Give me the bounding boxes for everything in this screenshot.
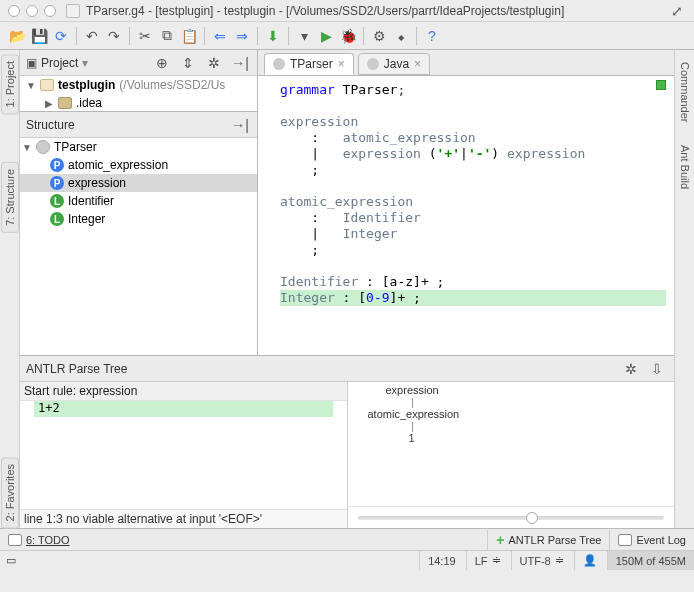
redo-icon[interactable]: ↷ <box>103 25 125 47</box>
file-type-icon <box>273 58 285 70</box>
inspection-icon[interactable]: 👤 <box>574 551 605 570</box>
module-path: (/Volumes/SSD2/Us <box>119 78 225 92</box>
status-spacer: ▭ <box>0 554 417 567</box>
parse-tree-title: ANTLR Parse Tree <box>26 362 127 376</box>
undo-icon[interactable]: ↶ <box>81 25 103 47</box>
todo-icon <box>8 534 22 546</box>
code-editor[interactable]: grammar TParser; expression : atomic_exp… <box>258 76 674 355</box>
file-type-icon <box>367 58 379 70</box>
encoding[interactable]: UTF-8≑ <box>511 551 572 570</box>
editor-area: TParser × Java × grammar TParser; expres… <box>258 50 674 355</box>
target-icon[interactable]: ⊕ <box>151 52 173 74</box>
gear-icon[interactable]: ✲ <box>203 52 225 74</box>
collapse-icon[interactable]: ⇕ <box>177 52 199 74</box>
structure-item[interactable]: L Identifier <box>20 192 257 210</box>
hide-panel-icon[interactable]: ⇩ <box>646 358 668 380</box>
parse-tree-label: ANTLR Parse Tree <box>509 534 602 546</box>
fullscreen-icon[interactable]: ⤢ <box>666 0 688 22</box>
plus-icon: + <box>496 532 504 548</box>
debug-icon[interactable]: 🐞 <box>337 25 359 47</box>
sidebar-tab-commander[interactable]: Commander <box>677 56 693 129</box>
code-content[interactable]: grammar TParser; expression : atomic_exp… <box>258 76 674 355</box>
event-log-icon <box>618 534 632 546</box>
window-title: TParser.g4 - [testplugin] - testplugin -… <box>86 4 564 18</box>
close-tab-icon[interactable]: × <box>338 57 345 71</box>
structure-item[interactable]: P atomic_expression <box>20 156 257 174</box>
structure-root[interactable]: ▼ TParser <box>20 138 257 156</box>
memory-indicator[interactable]: 150M of 455M <box>607 551 694 570</box>
cut-icon[interactable]: ✂ <box>134 25 156 47</box>
folder-icon <box>58 97 72 109</box>
sidebar-tab-project[interactable]: 1: Project <box>1 54 19 114</box>
gear-icon[interactable]: ✲ <box>620 358 642 380</box>
inspection-status-icon[interactable] <box>656 80 666 90</box>
structure-root-label: TParser <box>54 140 97 154</box>
parse-input-pane: Start rule: expression 1+2 line 1:3 no v… <box>20 382 348 528</box>
structure-item[interactable]: P expression <box>20 174 257 192</box>
lexer-rule-icon: L <box>50 212 64 226</box>
parse-tree-view[interactable]: expression atomic_expression 1 <box>348 382 675 506</box>
tree-node: 1 <box>409 432 415 444</box>
structure-label: expression <box>68 176 126 190</box>
line-separator[interactable]: LF≑ <box>466 551 509 570</box>
tree-node: expression <box>386 384 439 396</box>
project-tool-window: ▣ Project ▾ ⊕ ⇕ ✲ →| ▼ testplugin <box>20 50 257 112</box>
parse-input[interactable]: 1+2 <box>34 401 333 417</box>
project-child[interactable]: ▶ .idea <box>20 94 257 111</box>
run-icon[interactable]: ▶ <box>315 25 337 47</box>
parse-tree-button[interactable]: + ANTLR Parse Tree <box>487 530 609 550</box>
event-log-label: Event Log <box>636 534 686 546</box>
zoom-window-icon[interactable] <box>44 5 56 17</box>
structure-item[interactable]: L Integer <box>20 210 257 228</box>
settings-icon[interactable]: ⚙ <box>368 25 390 47</box>
start-rule-label: Start rule: expression <box>20 382 347 401</box>
build-icon[interactable]: ⬇ <box>262 25 284 47</box>
run-config-icon[interactable]: ▾ <box>293 25 315 47</box>
event-log-button[interactable]: Event Log <box>609 530 694 550</box>
sidebar-tab-favorites[interactable]: 2: Favorites <box>1 457 19 528</box>
back-icon[interactable]: ⇐ <box>209 25 231 47</box>
hide-structure-icon[interactable]: →| <box>229 114 251 136</box>
tree-node: atomic_expression <box>368 408 460 420</box>
left-gutter: 1: Project 7: Structure 2: Favorites <box>0 50 20 528</box>
zoom-thumb[interactable] <box>526 512 538 524</box>
editor-tab-java[interactable]: Java × <box>358 53 430 75</box>
structure-title: Structure <box>26 118 75 132</box>
project-root[interactable]: ▼ testplugin (/Volumes/SSD2/Us <box>20 76 257 94</box>
sidebar-tab-ant[interactable]: Ant Build <box>677 139 693 195</box>
project-title: Project <box>41 56 78 70</box>
tree-edge <box>412 398 413 408</box>
status-bar: ▭ 14:19 LF≑ UTF-8≑ 👤 150M of 455M <box>0 550 694 570</box>
hide-icon[interactable]: →| <box>229 52 251 74</box>
project-tree[interactable]: ▼ testplugin (/Volumes/SSD2/Us ▶ .idea <box>20 76 257 111</box>
todo-button[interactable]: 6: TODO <box>0 530 78 550</box>
structure-tree[interactable]: ▼ TParser P atomic_expression P expressi… <box>20 138 257 355</box>
save-icon[interactable]: 💾 <box>28 25 50 47</box>
structure-header: Structure →| <box>20 112 257 138</box>
caret-position[interactable]: 14:19 <box>419 551 464 570</box>
window-controls[interactable] <box>8 5 56 17</box>
forward-icon[interactable]: ⇒ <box>231 25 253 47</box>
antlr-parse-tree-panel: ANTLR Parse Tree ✲ ⇩ Start rule: express… <box>20 355 674 528</box>
tool-buttons-bar: 6: TODO + ANTLR Parse Tree Event Log <box>0 528 694 550</box>
parse-error: line 1:3 no viable alternative at input … <box>20 509 347 528</box>
editor-tabs: TParser × Java × <box>258 50 674 76</box>
sdk-icon[interactable]: ⬥ <box>390 25 412 47</box>
paste-icon[interactable]: 📋 <box>178 25 200 47</box>
tab-label: TParser <box>290 57 333 71</box>
top-split: ▣ Project ▾ ⊕ ⇕ ✲ →| ▼ testplugin <box>20 50 674 355</box>
close-tab-icon[interactable]: × <box>414 57 421 71</box>
minimize-window-icon[interactable] <box>26 5 38 17</box>
file-icon <box>66 4 80 18</box>
title-bar: TParser.g4 - [testplugin] - testplugin -… <box>0 0 694 22</box>
module-icon <box>40 79 54 91</box>
status-menu-icon[interactable]: ▭ <box>6 554 16 566</box>
copy-icon[interactable]: ⧉ <box>156 25 178 47</box>
zoom-slider[interactable] <box>348 506 675 528</box>
refresh-icon[interactable]: ⟳ <box>50 25 72 47</box>
close-window-icon[interactable] <box>8 5 20 17</box>
open-icon[interactable]: 📂 <box>6 25 28 47</box>
sidebar-tab-structure[interactable]: 7: Structure <box>1 162 19 233</box>
help-icon[interactable]: ? <box>421 25 443 47</box>
editor-tab-tparser[interactable]: TParser × <box>264 53 354 75</box>
